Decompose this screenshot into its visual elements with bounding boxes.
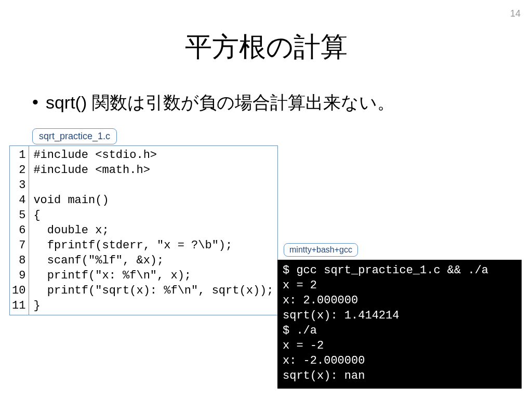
terminal-label: mintty+bash+gcc — [284, 243, 358, 257]
bullet-dot-icon: • — [32, 91, 38, 113]
line-number: 6 — [12, 223, 25, 238]
line-number: 5 — [12, 208, 25, 223]
line-number: 7 — [12, 238, 25, 253]
bullet-item: • sqrt() 関数は引数が負の場合計算出来ない。 — [32, 91, 516, 114]
slide-title: 平方根の計算 — [0, 29, 532, 65]
line-number: 11 — [12, 298, 25, 313]
slide: 14 平方根の計算 • sqrt() 関数は引数が負の場合計算出来ない。 sqr… — [0, 0, 532, 399]
source-code-box: 1 2 3 4 5 6 7 8 9 10 11 #include <stdio.… — [9, 145, 278, 315]
line-number: 2 — [12, 163, 25, 178]
source-file-label: sqrt_practice_1.c — [32, 128, 117, 144]
page-number: 14 — [510, 8, 521, 19]
line-number: 9 — [12, 268, 25, 283]
line-number: 3 — [12, 178, 25, 193]
line-number: 1 — [12, 148, 25, 163]
terminal-output: $ gcc sqrt_practice_1.c && ./a x = 2 x: … — [277, 260, 522, 389]
line-number-gutter: 1 2 3 4 5 6 7 8 9 10 11 — [10, 146, 29, 315]
bullet-text: sqrt() 関数は引数が負の場合計算出来ない。 — [46, 91, 395, 114]
line-number: 4 — [12, 193, 25, 208]
line-number: 8 — [12, 253, 25, 268]
source-code: #include <stdio.h> #include <math.h> voi… — [29, 146, 277, 315]
line-number: 10 — [12, 283, 25, 298]
